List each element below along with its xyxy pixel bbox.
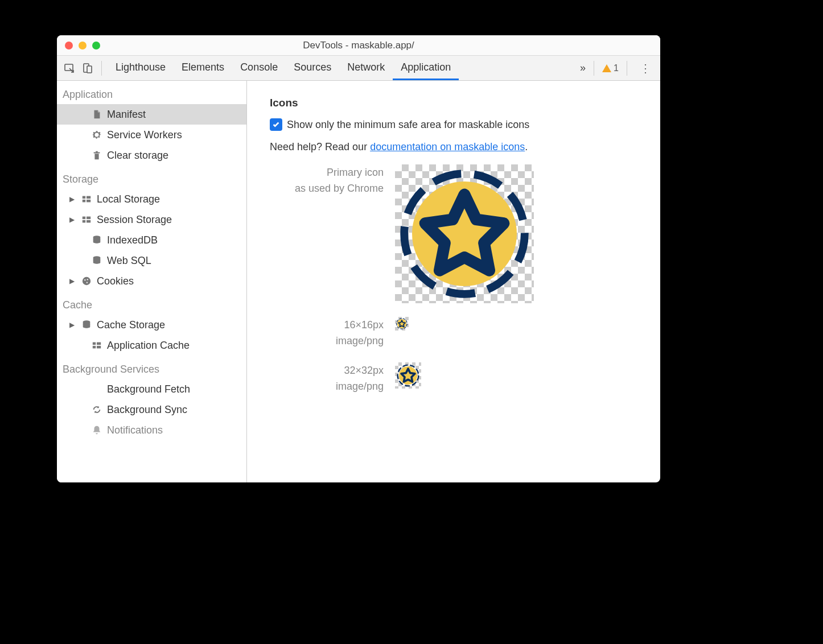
sidebar-item-label: Notifications [107, 423, 163, 437]
transfer-icon [91, 383, 102, 395]
warning-icon [602, 64, 611, 72]
svg-rect-21 [97, 342, 101, 345]
document-icon [91, 109, 102, 120]
caret-right-icon: ▶ [69, 213, 76, 226]
docs-link[interactable]: documentation on maskable icons [370, 141, 525, 152]
gear-icon [91, 129, 102, 141]
manifest-panel: Icons Show only the minimum safe area fo… [247, 81, 660, 482]
devtools-window: DevTools - maskable.app/ Lighthouse Elem… [57, 35, 660, 482]
sidebar-item-label: Local Storage [97, 192, 160, 206]
sidebar-item-clear-storage[interactable]: Clear storage [57, 145, 246, 166]
svg-rect-22 [93, 346, 96, 349]
table-icon [91, 340, 102, 351]
svg-rect-23 [97, 346, 101, 349]
caret-right-icon: ▶ [69, 274, 76, 288]
star-badge-icon [397, 364, 419, 387]
sidebar-item-background-sync[interactable]: Background Sync [57, 399, 246, 420]
caret-right-icon: ▶ [69, 318, 76, 332]
devtools-toolbar: Lighthouse Elements Console Sources Netw… [57, 56, 660, 81]
sidebar-section-title: Storage [57, 166, 246, 189]
sidebar-item-cookies[interactable]: ▶ Cookies [57, 271, 246, 291]
tab-lighthouse[interactable]: Lighthouse [108, 56, 174, 80]
svg-point-15 [83, 277, 90, 285]
sidebar-item-session-storage[interactable]: ▶ Session Storage [57, 209, 246, 230]
close-window-button[interactable] [65, 42, 73, 49]
tab-sources[interactable]: Sources [286, 56, 339, 80]
section-heading: Icons [270, 97, 637, 109]
separator [594, 61, 594, 76]
table-icon [81, 193, 92, 205]
sidebar-item-background-fetch[interactable]: Background Fetch [57, 379, 246, 399]
window-titlebar: DevTools - maskable.app/ [57, 35, 660, 56]
inspect-element-icon[interactable] [61, 60, 77, 76]
sidebar-section-title: Application [57, 81, 246, 104]
sidebar-item-label: Cookies [97, 274, 134, 288]
svg-rect-9 [83, 217, 85, 220]
sidebar-item-label: IndexedDB [107, 233, 158, 247]
sidebar-section-title: Background Services [57, 356, 246, 379]
svg-rect-4 [87, 66, 92, 73]
sidebar-item-service-workers[interactable]: Service Workers [57, 125, 246, 145]
sidebar-item-label: Background Sync [107, 403, 187, 416]
sidebar-item-label: Service Workers [107, 128, 182, 142]
safe-area-checkbox-row[interactable]: Show only the minimum safe area for mask… [270, 118, 637, 131]
device-toolbar-icon[interactable] [80, 60, 96, 76]
primary-icon-label: Primary icon as used by Chrome [270, 164, 384, 196]
kebab-menu-icon[interactable]: ⋮ [635, 61, 656, 75]
tab-application[interactable]: Application [393, 56, 459, 80]
panel-tabs: Lighthouse Elements Console Sources Netw… [108, 56, 459, 80]
minimize-window-button[interactable] [79, 42, 87, 49]
sidebar-item-label: Background Fetch [107, 382, 190, 396]
svg-rect-20 [93, 342, 96, 345]
bell-icon [91, 424, 102, 436]
svg-rect-8 [87, 200, 90, 203]
help-text: Need help? Read our documentation on mas… [270, 141, 637, 153]
checkbox-label: Show only the minimum safe area for mask… [287, 119, 529, 131]
sidebar-item-label: Clear storage [107, 148, 168, 162]
sidebar-item-application-cache[interactable]: Application Cache [57, 335, 246, 356]
svg-rect-11 [83, 220, 85, 223]
cookie-icon [81, 275, 92, 287]
svg-rect-6 [87, 196, 90, 199]
icon-entry-label: 32×32px image/png [270, 362, 384, 394]
separator [627, 61, 627, 76]
svg-point-18 [87, 282, 88, 283]
tab-elements[interactable]: Elements [174, 56, 232, 80]
sidebar-item-label: Manifest [107, 108, 146, 121]
star-badge-icon [396, 318, 408, 329]
sidebar-item-indexeddb[interactable]: IndexedDB [57, 230, 246, 250]
svg-point-17 [87, 279, 88, 280]
separator [101, 61, 102, 76]
sidebar-item-manifest[interactable]: Manifest [57, 104, 246, 125]
icon-entry-label: 16×16px image/png [270, 317, 384, 349]
window-title: DevTools - maskable.app/ [57, 40, 660, 51]
svg-rect-10 [87, 217, 90, 220]
database-icon [91, 255, 102, 266]
sidebar-item-label: Cache Storage [97, 318, 165, 332]
sync-icon [91, 404, 102, 415]
star-badge-icon [399, 168, 530, 299]
tab-console[interactable]: Console [232, 56, 286, 80]
svg-rect-5 [83, 196, 85, 199]
sidebar-item-cache-storage[interactable]: ▶ Cache Storage [57, 315, 246, 335]
svg-point-16 [84, 279, 85, 280]
caret-right-icon: ▶ [69, 192, 76, 206]
warnings-indicator[interactable]: 1 [602, 63, 619, 73]
application-sidebar: Application Manifest Service Workers [57, 81, 247, 482]
sidebar-item-label: Session Storage [97, 213, 172, 226]
icon-16-preview [395, 317, 409, 331]
svg-rect-2 [65, 64, 73, 71]
tab-network[interactable]: Network [339, 56, 393, 80]
sidebar-item-label: Web SQL [107, 254, 151, 267]
primary-icon-preview [395, 164, 534, 303]
more-tabs-icon[interactable]: » [580, 62, 586, 74]
table-icon [81, 214, 92, 225]
database-icon [91, 234, 102, 246]
zoom-window-button[interactable] [92, 42, 100, 49]
sidebar-item-websql[interactable]: Web SQL [57, 250, 246, 271]
sidebar-item-notifications[interactable]: Notifications [57, 420, 246, 440]
checkbox-checked-icon[interactable] [270, 118, 282, 131]
svg-rect-12 [87, 220, 90, 223]
sidebar-item-local-storage[interactable]: ▶ Local Storage [57, 189, 246, 209]
trash-icon [91, 150, 102, 161]
